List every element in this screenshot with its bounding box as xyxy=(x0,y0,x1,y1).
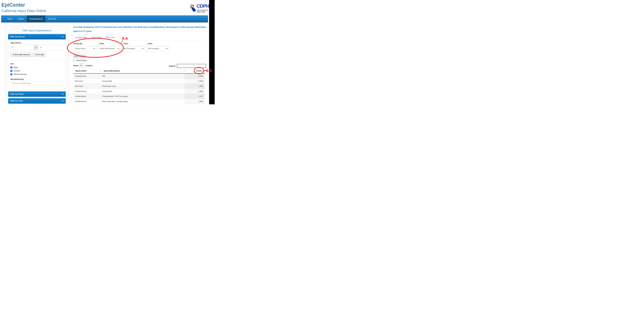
cell-injury-mechanism: Other Specified: Foreign Body xyxy=(102,100,184,103)
cell-injury-mechanism: Unspecified xyxy=(102,90,184,92)
grouping-select-3[interactable]: 3rd Grouping xyxy=(122,46,145,51)
cdph-wordmark: CDPH xyxy=(196,3,210,9)
selected-value: Injury Intent xyxy=(75,47,86,49)
cell-count: 4,056 xyxy=(184,74,205,79)
chevron-down-icon xyxy=(142,47,144,49)
tab-bar-chart[interactable]: Bar Chart xyxy=(106,36,114,38)
age-label: Age (Years) xyxy=(10,42,21,44)
cell-injury-intent: Unintentional xyxy=(73,95,102,97)
filter-panel: Filter Injury Hospitalizations Filter by… xyxy=(5,25,68,104)
checkbox-unchecked-icon[interactable] xyxy=(73,59,75,61)
checkbox-checked-icon[interactable]: ✓ xyxy=(10,66,12,68)
cell-count: 1,217 xyxy=(184,94,205,99)
screenshot-black-strip xyxy=(209,0,215,104)
sex-option-label: Other/Unknown xyxy=(14,73,27,75)
cell-injury-mechanism: Unspecified xyxy=(102,80,184,82)
cell-injury-intent: Self-harm xyxy=(73,80,102,82)
sex-option-female[interactable]: ✓ Female xyxy=(10,70,20,72)
entries-suffix: entries xyxy=(86,64,92,67)
checkbox-checked-icon[interactable]: ✓ xyxy=(10,70,12,72)
section-filter-by-person[interactable]: Filter by Person xyxy=(8,34,66,39)
cell-injury-mechanism: Fall xyxy=(102,75,184,77)
filter-panel-title: Filter Injury Hospitalizations xyxy=(5,29,68,32)
sex-option-label: Female xyxy=(14,70,20,72)
checkbox-checked-icon[interactable]: ✓ xyxy=(10,73,12,75)
section-filter-by-time[interactable]: Filter by Time xyxy=(8,98,66,104)
selected-value: 4th Grouping xyxy=(148,47,159,49)
main-nav: Home Deaths Hospitalizations ED Visits xyxy=(1,15,208,22)
show-rates-control[interactable]: Show Rates xyxy=(73,59,87,61)
race-ethnicity-input[interactable] xyxy=(10,81,64,85)
search-label: Search: xyxy=(169,65,176,67)
sort-both-icon[interactable] xyxy=(184,70,185,72)
california-state-icon xyxy=(190,4,196,12)
filter-by-person-body: Age (Years) to Submit age selection Rese… xyxy=(8,39,66,89)
age-buttons-row: Submit age selection Reset age xyxy=(10,52,46,57)
table-search: Search: xyxy=(169,64,206,68)
grouping-select-1[interactable]: Injury Intent xyxy=(73,46,97,51)
tab-time-series[interactable]: Time Series xyxy=(92,36,102,38)
table-row[interactable]: Unintentional Other Specified: Foreign B… xyxy=(73,99,205,104)
cell-injury-intent: Unintentional xyxy=(73,100,102,103)
cell-injury-mechanism: Poisoning: Drug xyxy=(102,85,184,87)
grouping-select-4[interactable]: 4th Grouping xyxy=(146,46,170,51)
age-range-row: to xyxy=(10,45,64,50)
table-row[interactable]: Unintentional Unspecified 1,384 xyxy=(73,89,205,94)
table-row[interactable]: Self-harm Unspecified 1,925 xyxy=(73,79,205,84)
app-title: EpiCenter xyxy=(2,2,25,8)
sort-descending-icon[interactable] xyxy=(202,71,204,72)
selected-value: Injury Mechanism xyxy=(100,47,114,49)
cell-injury-intent: Self-harm xyxy=(73,85,102,87)
table-row[interactable]: Unintentional Transportation: MVT-Occupa… xyxy=(73,94,205,99)
age-from-input[interactable] xyxy=(10,45,34,50)
sort-both-icon[interactable] xyxy=(100,70,101,72)
grouping-select-2[interactable]: Injury Mechanism xyxy=(98,46,121,51)
reset-groups-button[interactable]: Reset groups xyxy=(73,54,86,58)
column-header-injury-intent[interactable]: Injury Intent xyxy=(75,70,86,72)
sex-option-male[interactable]: ✓ Male xyxy=(10,66,18,68)
entries-control: Show All entries xyxy=(73,64,92,67)
then-label-4: ...Then xyxy=(146,43,152,45)
cdph-org-line2: Public Health xyxy=(197,11,205,13)
results-table-body: Unintentional Fall 4,056 Self-harm Unspe… xyxy=(73,74,205,104)
chevron-down-icon xyxy=(166,47,168,49)
group-by-label: Group By xyxy=(74,43,82,45)
summary-text: Currently displaying 18,574 comprehensiv… xyxy=(73,25,207,33)
column-header-count[interactable]: Count xyxy=(190,70,202,72)
chevron-down-icon xyxy=(62,100,64,102)
section-filter-by-place[interactable]: Filter by Place xyxy=(8,91,66,97)
cell-count: 1,384 xyxy=(184,89,205,94)
selected-value: All xyxy=(80,64,82,66)
cdph-orange-rule xyxy=(197,9,208,9)
chevron-down-icon xyxy=(62,93,64,95)
nav-item-hospitalizations[interactable]: Hospitalizations xyxy=(27,15,46,22)
epicenter-page: EpiCenter California Injury Data Online … xyxy=(0,0,215,104)
entries-select[interactable]: All xyxy=(79,64,86,67)
table-row[interactable]: Self-harm Poisoning: Drug 1,785 xyxy=(73,84,205,89)
selected-value: 3rd Grouping xyxy=(124,47,135,49)
then-label-2: ...Then xyxy=(98,43,104,45)
age-to-input[interactable] xyxy=(38,45,63,50)
reset-age-button[interactable]: Reset age xyxy=(33,52,46,57)
section-label: Filter by Place xyxy=(10,93,24,95)
chevron-down-icon xyxy=(83,65,85,66)
section-label: Filter by Time xyxy=(10,100,23,102)
nav-item-home[interactable]: Home xyxy=(4,15,15,22)
nav-item-ed-visits[interactable]: ED Visits xyxy=(46,15,59,22)
table-row[interactable]: Unintentional Fall 4,056 xyxy=(73,74,205,79)
then-label-3: ...Then xyxy=(122,43,128,45)
submit-age-button[interactable]: Submit age selection xyxy=(10,52,32,57)
chevron-down-icon xyxy=(62,35,64,37)
entries-prefix: Show xyxy=(73,64,78,67)
cdph-logo: CDPH California Department of Public Hea… xyxy=(190,4,208,13)
chevron-down-icon xyxy=(93,47,95,49)
nav-item-deaths[interactable]: Deaths xyxy=(15,15,27,22)
show-rates-label: Show Rates xyxy=(76,59,87,61)
chevron-down-icon xyxy=(118,47,120,49)
tab-custom-table[interactable]: Custom Table xyxy=(73,35,90,40)
search-input[interactable] xyxy=(177,64,206,68)
sex-option-other-unknown[interactable]: ✓ Other/Unknown xyxy=(10,73,27,75)
column-header-injury-mechanism[interactable]: Injury Mechanism xyxy=(104,70,120,72)
sex-label: Sex xyxy=(10,63,14,65)
race-ethnicity-label: Race/Ethnicity xyxy=(10,78,24,80)
